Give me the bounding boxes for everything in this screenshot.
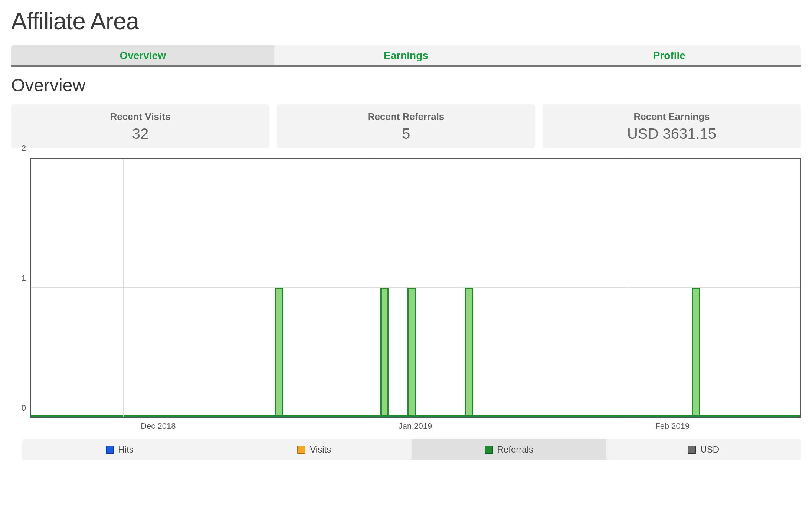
page-title: Affiliate Area	[11, 7, 801, 35]
stat-earnings-label: Recent Earnings	[546, 111, 797, 123]
stat-visits-label: Recent Visits	[15, 111, 266, 123]
chart-ytick: 1	[22, 273, 26, 283]
chart-xaxis: Dec 2018Jan 2019Feb 2019	[30, 421, 801, 434]
legend-label-usd: USD	[700, 444, 719, 455]
legend-item-hits[interactable]: Hits	[22, 439, 217, 460]
legend-swatch-usd-icon	[688, 446, 696, 454]
stat-earnings: Recent Earnings USD 3631.15	[543, 104, 801, 148]
tab-earnings[interactable]: Earnings	[274, 45, 537, 65]
stat-visits-value: 32	[15, 125, 266, 142]
chart-yaxis: 012	[11, 158, 30, 418]
chart-bar	[275, 288, 283, 417]
legend-swatch-visits-icon	[297, 446, 305, 454]
legend-item-usd[interactable]: USD	[606, 439, 801, 460]
tab-overview[interactable]: Overview	[11, 45, 274, 65]
chart-vgrid	[627, 159, 627, 417]
chart-bar	[380, 288, 389, 417]
stat-earnings-value: USD 3631.15	[546, 125, 797, 142]
tabs: Overview Earnings Profile	[11, 45, 801, 67]
chart-xlabel: Dec 2018	[30, 421, 287, 434]
chart: 012	[11, 158, 801, 418]
chart-vgrid	[373, 159, 373, 417]
chart-plot	[30, 158, 801, 418]
chart-ytick: 2	[22, 143, 26, 153]
chart-legend: Hits Visits Referrals USD	[22, 439, 801, 460]
legend-swatch-hits-icon	[106, 446, 114, 454]
legend-swatch-referrals-icon	[485, 446, 493, 454]
stat-visits: Recent Visits 32	[11, 104, 269, 148]
chart-bar	[692, 288, 700, 417]
stat-referrals: Recent Referrals 5	[277, 104, 535, 148]
legend-item-referrals[interactable]: Referrals	[412, 439, 606, 460]
stat-referrals-label: Recent Referrals	[281, 111, 531, 123]
chart-vgrid	[123, 159, 124, 417]
legend-label-visits: Visits	[310, 444, 331, 455]
chart-ytick: 0	[22, 403, 26, 413]
legend-item-visits[interactable]: Visits	[217, 439, 412, 460]
chart-bar	[465, 288, 473, 417]
chart-xlabel: Feb 2019	[544, 421, 801, 434]
section-title: Overview	[11, 75, 801, 95]
tab-profile[interactable]: Profile	[538, 45, 801, 65]
stat-referrals-value: 5	[281, 125, 531, 142]
legend-label-referrals: Referrals	[497, 444, 533, 455]
chart-xlabel: Jan 2019	[287, 421, 544, 434]
legend-label-hits: Hits	[118, 444, 134, 455]
stats-row: Recent Visits 32 Recent Referrals 5 Rece…	[11, 104, 801, 148]
chart-bar	[407, 288, 416, 417]
